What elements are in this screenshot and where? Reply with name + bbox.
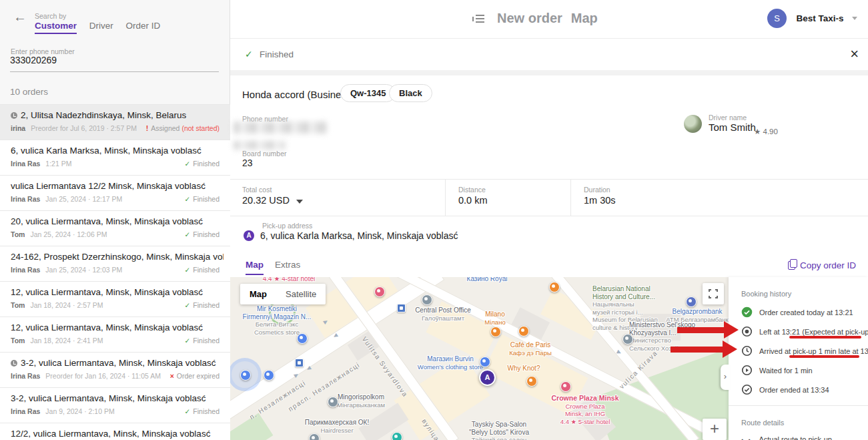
close-icon[interactable]: ×: [850, 45, 859, 63]
board-number-value: 23: [242, 158, 253, 168]
museum-marker[interactable]: [622, 334, 633, 345]
account-menu[interactable]: S Best Taxi-s: [767, 9, 857, 29]
bank-marker[interactable]: [686, 296, 697, 307]
hairdresser-marker[interactable]: [309, 433, 320, 440]
restaurant-marker[interactable]: [518, 326, 529, 337]
pickup-address-value: 6, vulica Karla Marksa, Minsk, Minskaja …: [260, 230, 458, 241]
driver-avatar: [684, 115, 702, 133]
page-title-map: Map: [571, 11, 598, 25]
order-meta: Irina RasJan 25, 2024 · 12:03 PM: [11, 266, 122, 274]
booking-history-text: Left at 13:21 (Expected at pick-up in 9 …: [759, 328, 868, 336]
tab-customer[interactable]: Customer: [35, 21, 77, 34]
check-icon: ✓: [184, 266, 190, 274]
order-list-item[interactable]: 12, vulica Liermantava, Minsk, Minskaja …: [0, 316, 230, 352]
check-icon: ✓: [184, 230, 190, 238]
chevron-down-icon: [296, 200, 303, 204]
map-canvas[interactable]: ▶ ▶ ▶ ▶ ▶ ▶ 4.4 ★ 4-star hotelКазино Roy…: [230, 277, 729, 440]
copy-order-id-button[interactable]: Copy order ID: [788, 260, 856, 270]
play-icon: [741, 365, 753, 376]
order-list-menu-icon[interactable]: [472, 14, 484, 23]
back-arrow-icon[interactable]: ←: [13, 9, 27, 25]
cafe-marker[interactable]: [490, 326, 501, 337]
map-poi-label: Парикмахерская ОК!Hairdresser: [305, 419, 369, 434]
order-list-item[interactable]: 24-162, Prospekt Dzerzhinskogo, Minsk, M…: [0, 246, 230, 281]
order-client: Irina Ras: [11, 160, 40, 168]
order-meta: irinaPreorder for Jul 6, 2019 · 2:57 PM: [11, 124, 137, 132]
pickup-a-marker[interactable]: A: [479, 369, 496, 386]
total-cost-label: Total cost: [242, 186, 272, 194]
route-details-item: ● ● Actual route to pick-up: [741, 435, 868, 440]
post-office-marker[interactable]: [422, 294, 432, 305]
order-title: 6, vulica Karla Marksa, Minsk, Minskaja …: [11, 146, 224, 156]
cafe-marker[interactable]: [526, 376, 537, 387]
phone-number-redacted: [234, 122, 327, 134]
board-number-label: Board number: [242, 150, 287, 158]
booking-history-item: Left at 13:21 (Expected at pick-up in 9 …: [741, 326, 868, 337]
car-name: Honda accord (Business): [242, 89, 354, 100]
map-type-satellite-button[interactable]: Satellite: [276, 284, 326, 304]
booking-history-text: Waited for 1 min: [759, 367, 813, 375]
pickup-point-a-icon: A: [244, 230, 254, 241]
order-list-item[interactable]: 2, Ulitsa Nadezhdinskaya, Minsk, Belarus…: [0, 104, 230, 140]
map-type-map-button[interactable]: Map: [240, 284, 276, 304]
check-outline-icon: [741, 384, 753, 395]
distance-label: Distance: [458, 186, 486, 194]
hotel-marker[interactable]: [374, 286, 385, 297]
order-meta: TomJan 18, 2024 · 2:57 PM: [11, 301, 103, 309]
civic-marker[interactable]: [328, 397, 338, 407]
warning-icon: !: [146, 124, 149, 132]
fullscreen-button[interactable]: [703, 283, 724, 304]
store-marker[interactable]: [297, 333, 308, 344]
transit-marker[interactable]: [295, 359, 304, 367]
order-list-item[interactable]: 12, vulica Liermantava, Minsk, Minskaja …: [0, 281, 230, 316]
store-marker[interactable]: [264, 370, 274, 381]
order-list-item[interactable]: 20, vulica Liermantava, Minsk, Minskaja …: [0, 210, 230, 246]
route-dots-icon: ● ●: [741, 437, 752, 440]
order-list-item[interactable]: 3-2, vulica Liermantava, Minsk, Minskaja…: [0, 352, 230, 387]
fullscreen-icon: [709, 289, 718, 298]
order-title: 20, vulica Liermantava, Minsk, Minskaja …: [11, 216, 224, 226]
order-title: 3-2, vulica Liermantava, Minsk, Minskaja…: [11, 393, 224, 403]
mall-marker[interactable]: [240, 370, 251, 381]
tab-order-id[interactable]: Order ID: [126, 21, 161, 31]
route-details-title: Route details: [741, 419, 868, 427]
order-status-badge: ✓Finished: [184, 160, 220, 168]
order-client: Irina Ras: [11, 372, 40, 380]
check-icon: ✓: [184, 337, 190, 345]
duration-label: Duration: [584, 186, 610, 194]
order-status-badge: ✓Finished: [184, 407, 220, 415]
order-list-item[interactable]: 6, vulica Karla Marksa, Minsk, Minskaja …: [0, 140, 230, 175]
order-status-badge: ✓Finished: [184, 195, 220, 203]
order-list: 2, Ulitsa Nadezhdinskaya, Minsk, Belarus…: [0, 104, 230, 440]
cafe-marker[interactable]: [549, 282, 560, 292]
map-type-control: Map Satellite: [240, 284, 326, 304]
transit-marker[interactable]: [397, 304, 406, 312]
order-meta: Irina Ras1:21 PM: [11, 160, 71, 168]
phone-search-input[interactable]: 333020269: [10, 55, 219, 72]
check-icon: ✓: [184, 160, 190, 168]
clock-icon: [741, 345, 753, 357]
duration-cell: Duration 1m 30s: [570, 180, 868, 216]
check-icon: ✓: [184, 301, 190, 309]
order-list-item[interactable]: vulica Liermantava 12/2 Minsk, Minskaja …: [0, 175, 230, 210]
hotel-marker[interactable]: [560, 381, 571, 392]
order-list-item[interactable]: 3-2, vulica Liermantava, Minsk, Minskaja…: [0, 387, 230, 423]
booking-history-title: Booking history: [741, 290, 868, 298]
tab-extras[interactable]: Extras: [275, 260, 300, 270]
status-extra: (not started): [181, 124, 220, 132]
total-cost-value[interactable]: 20.32 USD: [242, 195, 303, 206]
map-poi-label: MilanoМілано: [484, 310, 505, 326]
booking-history-item: Waited for 1 min: [741, 365, 868, 376]
map-poi-label: Café de ParisКафэ дэ Пары: [509, 341, 551, 357]
zoom-in-button[interactable]: +: [703, 419, 727, 440]
plate-chip: Qw-1345: [340, 84, 396, 102]
search-type-tabs: Customer Driver Order ID: [35, 21, 170, 31]
photo-marker[interactable]: [392, 432, 402, 440]
tab-driver[interactable]: Driver: [89, 21, 113, 31]
page-title-text: New order: [497, 11, 562, 25]
order-list-item[interactable]: 12/2, vulica Liermantava, Minsk, Minskaj…: [0, 423, 230, 440]
panel-collapse-button[interactable]: [721, 365, 730, 390]
preorder-clock-icon: [11, 112, 17, 119]
tab-map[interactable]: Map: [246, 260, 264, 275]
store-marker[interactable]: [480, 357, 490, 367]
